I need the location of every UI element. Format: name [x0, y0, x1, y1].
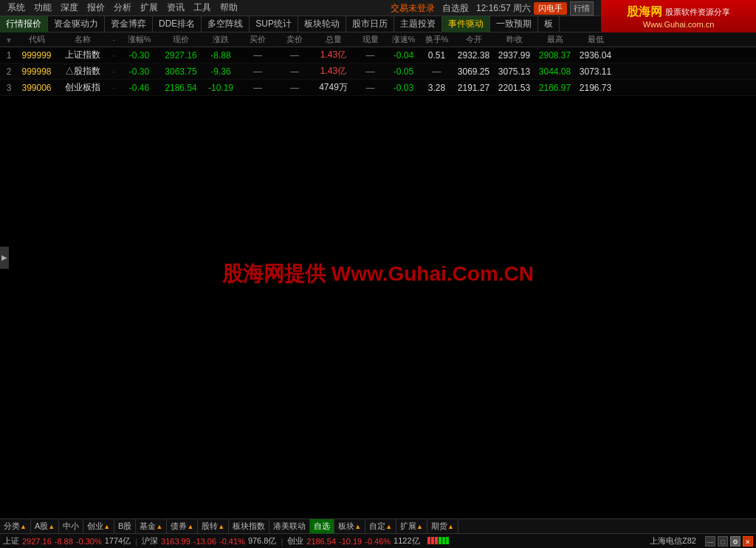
tab-consensus[interactable]: 一致预期	[490, 16, 538, 32]
flash-button[interactable]: 闪电手	[534, 2, 567, 15]
tab-board[interactable]: 板	[538, 16, 560, 32]
menu-expand[interactable]: 扩展	[136, 1, 162, 14]
menu-analysis[interactable]: 分析	[109, 1, 136, 14]
col-total[interactable]: 总量	[313, 34, 354, 45]
data-table: 1 999999 上证指数 · -0.30 2927.16 -8.88 — — …	[0, 47, 756, 96]
btab-sector[interactable]: 板块 ▲	[334, 519, 365, 534]
tab-event-drive[interactable]: 事件驱动	[442, 16, 490, 32]
menu-depth[interactable]: 深度	[56, 1, 83, 14]
menu-help[interactable]: 帮助	[216, 1, 242, 14]
time-display: 12:16:57 周六	[476, 2, 531, 15]
window-controls: — □ ⚙ ✕	[705, 536, 753, 547]
col-change[interactable]: 涨跌	[202, 34, 239, 45]
btab-category[interactable]: 分类 ▲	[0, 519, 31, 534]
col-cur[interactable]: 现量	[354, 34, 387, 45]
row-pct-3: -0.46	[119, 83, 159, 93]
bar-6	[446, 537, 449, 544]
side-expand-arrow[interactable]: ▶	[0, 247, 9, 269]
menu-system[interactable]: 系统	[3, 1, 30, 14]
col-buy[interactable]: 买价	[239, 34, 276, 45]
row-code-1: 999999	[16, 50, 57, 61]
row-buy-3: —	[239, 83, 276, 93]
col-turnover[interactable]: 换手%	[420, 34, 453, 45]
col-low[interactable]: 最低	[575, 34, 616, 45]
trade-button[interactable]: 行情	[570, 1, 594, 16]
menu-tools[interactable]: 工具	[189, 1, 216, 14]
close-button[interactable]: ✕	[743, 536, 753, 547]
col-price[interactable]: 现价	[159, 34, 202, 45]
tab-sector-rotate[interactable]: 板块轮动	[298, 16, 346, 32]
unreg-label: 交易未登录	[391, 2, 435, 15]
menu-quote[interactable]: 报价	[83, 1, 109, 14]
row-low-3: 2196.73	[575, 83, 616, 93]
col-sell[interactable]: 卖价	[276, 34, 313, 45]
tab-sup-stat[interactable]: SUP统计	[250, 16, 298, 32]
row-low-1: 2936.04	[575, 50, 616, 61]
row-turnover-2: —	[420, 66, 453, 77]
btab-sector-index[interactable]: 板块指数	[229, 519, 269, 534]
tab-capital-game[interactable]: 资金博弈	[105, 16, 153, 32]
btab-startup[interactable]: 创业 ▲	[83, 519, 114, 534]
minimize-button[interactable]: —	[705, 536, 715, 547]
col-speed[interactable]: 涨速%	[387, 34, 420, 45]
btab-futures[interactable]: 期货 ▲	[427, 519, 458, 534]
btab-bond[interactable]: 债券 ▲	[167, 519, 198, 534]
row-name-2: △股指数	[57, 65, 109, 78]
table-row[interactable]: 1 999999 上证指数 · -0.30 2927.16 -8.88 — — …	[0, 47, 756, 64]
row-price-3: 2186.54	[159, 83, 202, 93]
tab-dde-rank[interactable]: DDE排名	[153, 16, 202, 32]
row-cur-3: —	[354, 83, 387, 93]
column-headers: ▼ 代码 名称 · 涨幅% 现价 涨跌 买价 卖价 总量 现量 涨速% 换手% …	[0, 32, 756, 47]
cy-label: 创业	[287, 535, 303, 547]
btab-custom[interactable]: 自定 ▲	[365, 519, 396, 534]
row-today-2: 3069.25	[453, 66, 494, 77]
bar-2	[431, 537, 434, 544]
top-right-info: 交易未登录 自选股 12:16:57 周六 闪电手 行情	[391, 0, 594, 16]
tab-market-calendar[interactable]: 股市日历	[346, 16, 394, 32]
row-high-1: 2908.37	[535, 50, 575, 61]
tab-quote-price[interactable]: 行情报价	[0, 16, 48, 32]
tab-capital-drive[interactable]: 资金驱动力	[48, 16, 105, 32]
row-buy-2: —	[239, 66, 276, 77]
table-row[interactable]: 3 399006 创业板指 · -0.46 2186.54 -10.19 — —…	[0, 80, 756, 96]
btab-fund[interactable]: 基金 ▲	[136, 519, 167, 534]
btab-transfer[interactable]: 股转 ▲	[198, 519, 229, 534]
network-label: 上海电信Z82	[650, 535, 696, 547]
row-speed-1: -0.04	[387, 50, 420, 61]
col-pct[interactable]: 涨幅%	[119, 34, 159, 45]
row-open-2: 3075.13	[494, 66, 535, 77]
sh-label: 上证	[3, 535, 19, 547]
btab-expand[interactable]: 扩展 ▲	[396, 519, 427, 534]
settings-button[interactable]: ⚙	[730, 536, 740, 547]
table-row[interactable]: 2 999998 △股指数 · -0.30 3063.75 -9.36 — — …	[0, 64, 756, 80]
sep1: |	[135, 537, 137, 546]
sz-pct: -0.41%	[219, 537, 245, 546]
btab-mid-small[interactable]: 中小	[59, 519, 83, 534]
cy-price: 2186.54	[306, 537, 336, 546]
row-speed-3: -0.03	[387, 83, 420, 93]
tab-theme-invest[interactable]: 主题投资	[394, 16, 442, 32]
col-high[interactable]: 最高	[535, 34, 575, 45]
btab-self-select[interactable]: 自选	[310, 519, 334, 534]
col-code[interactable]: 代码	[16, 34, 57, 45]
sh-change: -8.88	[55, 537, 73, 546]
row-buy-1: —	[239, 50, 276, 61]
btab-b-stock[interactable]: B股	[114, 519, 136, 534]
sz-vol: 976.8亿	[248, 535, 277, 547]
row-today-3: 2191.27	[453, 83, 494, 93]
row-today-1: 2932.38	[453, 50, 494, 61]
bar-4	[439, 537, 441, 544]
menu-info[interactable]: 资讯	[162, 1, 189, 14]
col-name[interactable]: 名称	[57, 34, 109, 45]
col-today[interactable]: 今开	[453, 34, 494, 45]
col-open[interactable]: 昨收	[494, 34, 535, 45]
btab-a-stock[interactable]: A股 ▲	[31, 519, 59, 534]
menu-function[interactable]: 功能	[30, 1, 56, 14]
row-code-2: 999998	[16, 66, 57, 77]
maximize-button[interactable]: □	[718, 536, 728, 547]
self-stock-label[interactable]: 自选股	[438, 2, 473, 15]
btab-hk-us[interactable]: 港美联动	[269, 519, 310, 534]
tab-bull-bear[interactable]: 多空阵线	[202, 16, 250, 32]
col-dot: ·	[109, 35, 119, 44]
row-total-2: 1.43亿	[313, 65, 354, 78]
